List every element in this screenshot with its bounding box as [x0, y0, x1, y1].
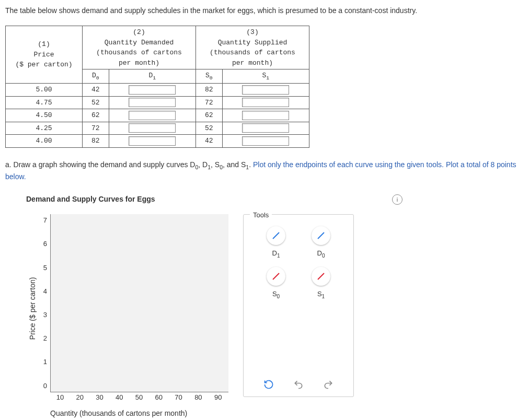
header-price: (1) Price ($ per carton)	[6, 26, 83, 84]
cell-d0: 42	[83, 84, 109, 97]
table-row: 5.004282	[6, 84, 309, 97]
tool-s1[interactable]: S1	[301, 267, 341, 300]
input-d1-0[interactable]	[129, 85, 176, 95]
tools-panel: Tools D1D0S0S1	[243, 214, 354, 397]
tool-d0[interactable]: D0	[301, 226, 341, 260]
svg-line-0	[273, 232, 279, 239]
x-axis-label: Quantity (thousands of cartons per month…	[50, 408, 228, 419]
svg-line-3	[318, 273, 324, 279]
input-d1-2[interactable]	[129, 111, 176, 120]
subheader-d0: D0	[83, 69, 109, 84]
tools-legend: Tools	[250, 210, 272, 220]
input-d1-1[interactable]	[129, 98, 176, 107]
tool-d1[interactable]: D1	[256, 226, 296, 260]
header-supply: (3) Quantity Supplied (thousands of cart…	[196, 26, 309, 69]
cell-s0: 52	[196, 122, 223, 135]
subheader-s0: S0	[196, 69, 223, 84]
cell-d0: 72	[83, 122, 109, 135]
subheader-d1: D1	[109, 69, 196, 84]
cell-s0: 42	[196, 135, 223, 148]
cell-d0: 82	[83, 135, 109, 148]
input-s1-0[interactable]	[242, 85, 289, 95]
subheader-s1: S1	[222, 69, 309, 84]
line-tool-icon	[312, 267, 330, 286]
tool-label: D0	[317, 248, 325, 260]
question-a: a. Draw a graph showing the demand and s…	[5, 159, 524, 183]
cell-price: 4.50	[6, 109, 83, 122]
input-s1-3[interactable]	[242, 123, 289, 133]
input-s1-4[interactable]	[242, 136, 289, 146]
tool-label: S0	[272, 289, 280, 300]
cell-price: 4.00	[6, 135, 83, 148]
cell-s0: 72	[196, 96, 223, 109]
tool-s0[interactable]: S0	[256, 267, 296, 300]
cell-d0: 62	[83, 109, 109, 122]
cell-price: 5.00	[6, 84, 83, 97]
undo-icon[interactable]	[293, 379, 304, 390]
svg-line-2	[273, 273, 279, 279]
table-row: 4.008242	[6, 135, 309, 148]
cell-s0: 82	[196, 84, 223, 97]
demand-supply-table: (1) Price ($ per carton) (2) Quantity De…	[5, 26, 309, 148]
cell-price: 4.75	[6, 96, 83, 109]
reset-icon[interactable]	[263, 379, 274, 390]
table-row: 4.257252	[6, 122, 309, 135]
header-demand: (2) Quantity Demanded (thousands of cart…	[83, 26, 196, 69]
x-ticks: 102030405060708090	[50, 392, 228, 403]
svg-line-1	[318, 232, 324, 239]
info-icon[interactable]: i	[392, 194, 402, 205]
chart-title: Demand and Supply Curves for Eggs	[26, 194, 382, 205]
table-row: 4.506262	[6, 109, 309, 122]
tool-label: S1	[317, 289, 325, 300]
tool-label: D1	[272, 248, 280, 260]
y-ticks: 76543210	[40, 214, 47, 391]
line-tool-icon	[312, 226, 330, 245]
input-d1-4[interactable]	[129, 136, 176, 146]
redo-icon[interactable]	[323, 379, 334, 390]
plot-area[interactable]	[50, 214, 228, 392]
y-axis-label: Price ($ per carton)	[28, 277, 39, 340]
intro-text: The table below shows demand and supply …	[5, 5, 524, 16]
cell-d0: 52	[83, 96, 109, 109]
cell-price: 4.25	[6, 122, 83, 135]
table-row: 4.755272	[6, 96, 309, 109]
line-tool-icon	[267, 226, 285, 245]
input-s1-2[interactable]	[242, 111, 289, 120]
line-tool-icon	[267, 267, 285, 286]
input-s1-1[interactable]	[242, 98, 289, 107]
cell-s0: 62	[196, 109, 223, 122]
input-d1-3[interactable]	[129, 123, 176, 133]
